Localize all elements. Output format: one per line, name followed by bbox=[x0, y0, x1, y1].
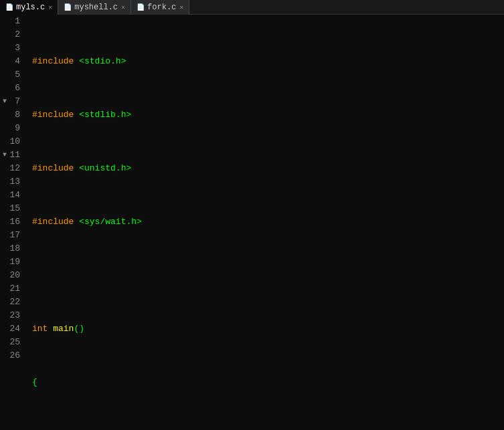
line-num-7: ▼ 7 bbox=[5, 95, 20, 108]
code-token: #include bbox=[32, 215, 79, 229]
code-line-1: #include <stdio.h> bbox=[32, 55, 504, 68]
line-num-19: 19 bbox=[5, 255, 20, 269]
line-num-8: 8 bbox=[5, 108, 20, 122]
line-num-11: ▼ 11 bbox=[5, 148, 20, 162]
code-token: int bbox=[32, 322, 53, 336]
code-line-6: int main() bbox=[32, 322, 504, 336]
line-num-26: 26 bbox=[5, 349, 20, 362]
line-num-2: 2 bbox=[5, 28, 20, 41]
tab-label-1: myls.c bbox=[16, 3, 45, 12]
tab-bar: 📄 myls.c ✕ 📄 myshell.c ✕ 📄 fork.c ✕ bbox=[0, 0, 504, 15]
editor: 1 2 3 4 5 6 ▼ 7 8 9 10 ▼ 11 12 13 14 15 … bbox=[0, 15, 504, 430]
code-token: main bbox=[53, 322, 74, 336]
code-line-7: { bbox=[32, 376, 504, 389]
line-num-6: 6 bbox=[5, 82, 20, 95]
line-num-1: 1 bbox=[5, 15, 20, 28]
code-token: { bbox=[32, 376, 37, 389]
c-file-icon-1: 📄 bbox=[5, 3, 13, 11]
code-area[interactable]: #include <stdio.h> #include <stdlib.h> #… bbox=[25, 15, 504, 430]
code-line-4: #include <sys/wait.h> bbox=[32, 215, 504, 229]
line-num-23: 23 bbox=[5, 309, 20, 322]
line-num-15: 15 bbox=[5, 202, 20, 215]
code-line-5 bbox=[32, 269, 504, 282]
code-token: <stdlib.h> bbox=[79, 108, 131, 122]
tab-label-3: fork.c bbox=[147, 3, 176, 12]
line-num-10: 10 bbox=[5, 135, 20, 148]
line-num-16: 16 bbox=[5, 215, 20, 229]
line-num-9: 9 bbox=[5, 122, 20, 135]
tab-myls[interactable]: 📄 myls.c ✕ bbox=[0, 0, 58, 15]
line-num-13: 13 bbox=[5, 175, 20, 189]
tab-label-2: myshell.c bbox=[74, 3, 118, 12]
code-token: #include bbox=[32, 108, 79, 122]
tab-close-2[interactable]: ✕ bbox=[121, 3, 125, 11]
line-num-25: 25 bbox=[5, 336, 20, 349]
tab-close-3[interactable]: ✕ bbox=[179, 3, 183, 11]
code-token: <sys/wait.h> bbox=[79, 215, 142, 229]
line-num-5: 5 bbox=[5, 68, 20, 82]
line-num-21: 21 bbox=[5, 282, 20, 296]
code-line-2: #include <stdlib.h> bbox=[32, 108, 504, 122]
line-num-24: 24 bbox=[5, 322, 20, 336]
line-num-14: 14 bbox=[5, 189, 20, 202]
line-num-18: 18 bbox=[5, 242, 20, 255]
code-token: <stdio.h> bbox=[79, 55, 126, 68]
line-numbers: 1 2 3 4 5 6 ▼ 7 8 9 10 ▼ 11 12 13 14 15 … bbox=[0, 15, 25, 430]
code-token: <unistd.h> bbox=[79, 162, 131, 175]
code-token: () bbox=[74, 322, 84, 336]
line-num-4: 4 bbox=[5, 55, 20, 68]
code-line-3: #include <unistd.h> bbox=[32, 162, 504, 175]
code-token: #include bbox=[32, 55, 79, 68]
tab-close-1[interactable]: ✕ bbox=[48, 3, 52, 11]
c-file-icon-3: 📄 bbox=[137, 3, 145, 11]
line-num-3: 3 bbox=[5, 41, 20, 55]
fold-icon-11[interactable]: ▼ bbox=[3, 148, 7, 162]
line-num-22: 22 bbox=[5, 296, 20, 309]
code-token: #include bbox=[32, 162, 79, 175]
tab-fork[interactable]: 📄 fork.c ✕ bbox=[131, 0, 189, 15]
line-num-20: 20 bbox=[5, 269, 20, 282]
line-num-12: 12 bbox=[5, 162, 20, 175]
c-file-icon-2: 📄 bbox=[64, 3, 72, 11]
line-num-17: 17 bbox=[5, 229, 20, 242]
fold-icon-7[interactable]: ▼ bbox=[3, 95, 7, 108]
tab-myshell[interactable]: 📄 myshell.c ✕ bbox=[58, 0, 131, 15]
